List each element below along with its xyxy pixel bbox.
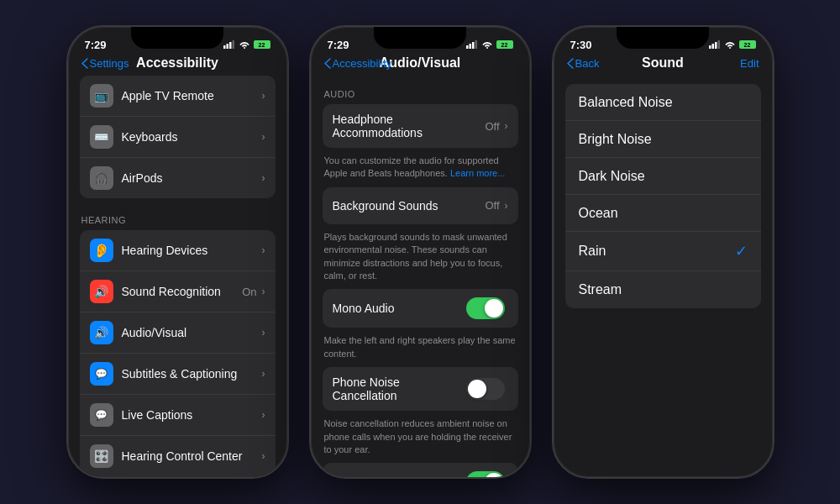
airpods-icon: 🎧 xyxy=(90,166,113,190)
phone-noise-desc: Noise cancellation reduces ambient noise… xyxy=(311,414,530,463)
svg-rect-4 xyxy=(466,45,469,49)
hearing-devices-icon: 👂 xyxy=(90,239,113,262)
svg-rect-3 xyxy=(232,40,234,49)
back-button-3[interactable]: Back xyxy=(567,57,600,70)
nav-bar-2: Accessibility Audio/Visual xyxy=(311,54,530,76)
list-item[interactable]: 🎛️ Hearing Control Center › xyxy=(80,436,276,476)
phone-1: 7:29 22 Settings Accessibility 📺 Apple T… xyxy=(66,25,289,479)
battery-1: 22 xyxy=(254,40,270,49)
screen-content-1[interactable]: 📺 Apple TV Remote › ⌨️ Keyboards › 🎧 Air… xyxy=(68,76,287,477)
svg-rect-8 xyxy=(709,45,711,49)
screen-content-3[interactable]: Balanced Noise Bright Noise Dark Noise O… xyxy=(554,76,773,477)
top-list: 📺 Apple TV Remote › ⌨️ Keyboards › 🎧 Air… xyxy=(80,76,276,198)
section-audio: AUDIO xyxy=(311,76,530,104)
headphone-notif-row[interactable]: Headphone Notifications xyxy=(323,463,518,477)
status-icons-3: 22 xyxy=(709,40,756,49)
hearing-list: 👂 Hearing Devices › 🔊 Sound Recognition … xyxy=(80,230,276,476)
status-icons-2: 22 xyxy=(466,40,513,49)
phone-noise-toggle[interactable] xyxy=(466,378,505,400)
audio-list: Headphone Accommodations Off › xyxy=(323,104,518,148)
headphone-notif-toggle[interactable] xyxy=(466,471,505,477)
list-item[interactable]: 💬 Subtitles & Captioning › xyxy=(80,354,276,395)
audiovisual-icon: 🔊 xyxy=(90,321,113,344)
signal-icon-2 xyxy=(466,40,478,49)
svg-rect-7 xyxy=(475,40,477,49)
nav-bar-3: Back Sound Edit xyxy=(554,54,773,76)
bg-sounds-group: Background Sounds Off › xyxy=(323,187,518,224)
signal-icon-3 xyxy=(709,40,721,49)
wifi-icon-2 xyxy=(482,40,492,49)
svg-rect-2 xyxy=(229,42,232,49)
battery-3: 22 xyxy=(739,40,756,49)
sounds-list: Balanced Noise Bright Noise Dark Noise O… xyxy=(565,84,761,308)
svg-rect-11 xyxy=(717,40,720,49)
svg-rect-0 xyxy=(223,45,226,49)
sound-item-rain[interactable]: Rain ✓ xyxy=(565,232,761,271)
back-button-1[interactable]: Settings xyxy=(81,57,129,70)
subtitles-icon: 💬 xyxy=(90,362,113,386)
live-captions-icon: 💬 xyxy=(90,403,113,427)
phone-3: 7:30 22 Back Sound Edit Balanced Noise B… xyxy=(552,25,774,479)
notch-2 xyxy=(374,27,466,49)
status-time-2: 7:29 xyxy=(328,39,349,51)
sound-item-balanced[interactable]: Balanced Noise xyxy=(565,84,761,121)
svg-rect-10 xyxy=(715,42,717,49)
appletv-icon: 📺 xyxy=(90,84,113,108)
list-item[interactable]: 🎧 AirPods › xyxy=(80,158,276,198)
sound-recognition-icon: 🔊 xyxy=(90,280,113,303)
mono-toggle[interactable] xyxy=(466,297,505,319)
svg-rect-5 xyxy=(469,44,471,49)
keyboards-icon: ⌨️ xyxy=(90,125,113,149)
phone-2: 7:29 22 Accessibility Audio/Visual AUDIO… xyxy=(309,25,532,479)
list-item[interactable]: 🔊 Audio/Visual › xyxy=(80,312,276,354)
nav-bar-1: Settings Accessibility xyxy=(68,54,287,76)
list-item[interactable]: 📺 Apple TV Remote › xyxy=(80,76,276,117)
notch-3 xyxy=(617,27,709,49)
list-item[interactable]: 👂 Hearing Devices › xyxy=(80,230,276,271)
headphone-notif-group: Headphone Notifications xyxy=(323,463,518,477)
sound-item-ocean[interactable]: Ocean xyxy=(565,195,761,232)
checkmark-icon: ✓ xyxy=(735,242,748,260)
svg-rect-9 xyxy=(711,44,714,49)
status-icons-1: 22 xyxy=(223,40,270,49)
list-item[interactable]: 💬 Live Captions › xyxy=(80,395,276,436)
wifi-icon xyxy=(239,40,249,49)
page-title-1: Accessibility xyxy=(136,55,218,71)
list-item[interactable]: 🔊 Sound Recognition On › xyxy=(80,271,276,312)
back-button-2[interactable]: Accessibility xyxy=(324,57,392,70)
battery-2: 22 xyxy=(496,40,513,49)
svg-rect-6 xyxy=(472,42,475,49)
phone-noise-group: Phone Noise Cancellation xyxy=(323,367,518,411)
screen-content-2[interactable]: AUDIO Headphone Accommodations Off › You… xyxy=(311,76,530,477)
list-item[interactable]: ⌨️ Keyboards › xyxy=(80,117,276,158)
notch-1 xyxy=(131,27,223,49)
signal-icon xyxy=(223,40,235,49)
page-title-3: Sound xyxy=(642,55,684,71)
section-hearing: HEARING xyxy=(68,202,287,230)
headphone-accom-row[interactable]: Headphone Accommodations Off › xyxy=(323,104,518,148)
status-time-1: 7:29 xyxy=(85,39,107,51)
mono-group: Mono Audio xyxy=(323,289,518,328)
sound-item-dark[interactable]: Dark Noise xyxy=(565,158,761,195)
wifi-icon-3 xyxy=(725,40,735,49)
mono-desc: Make the left and right speakers play th… xyxy=(311,331,530,367)
mono-audio-row[interactable]: Mono Audio xyxy=(323,289,518,328)
hearing-control-icon: 🎛️ xyxy=(90,444,113,468)
headphone-accom-desc: You can customize the audio for supporte… xyxy=(311,151,530,187)
svg-rect-1 xyxy=(226,44,228,49)
edit-button[interactable]: Edit xyxy=(740,57,759,70)
sound-item-bright[interactable]: Bright Noise xyxy=(565,121,761,158)
phone-noise-row[interactable]: Phone Noise Cancellation xyxy=(323,367,518,411)
background-sounds-row[interactable]: Background Sounds Off › xyxy=(323,187,518,224)
bg-sounds-desc: Plays background sounds to mask unwanted… xyxy=(311,228,530,290)
status-time-3: 7:30 xyxy=(570,39,592,51)
sound-item-stream[interactable]: Stream xyxy=(565,271,761,308)
